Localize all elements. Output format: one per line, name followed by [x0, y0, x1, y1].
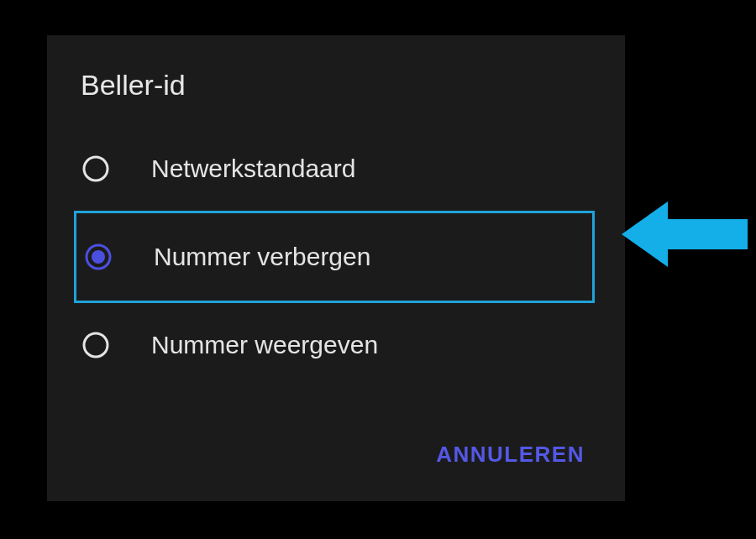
cancel-button[interactable]: ANNULEREN — [429, 433, 591, 476]
option-network-default[interactable]: Netwerkstandaard — [47, 127, 625, 211]
dialog-title: Beller-id — [47, 69, 625, 127]
svg-point-3 — [84, 333, 108, 357]
option-list: Netwerkstandaard Nummer verbergen Nummer… — [47, 127, 625, 387]
annotation-arrow-icon — [622, 196, 748, 275]
radio-unchecked-icon — [81, 330, 111, 360]
dialog-footer: ANNULEREN — [429, 433, 591, 476]
svg-marker-4 — [622, 201, 748, 267]
option-label: Nummer weergeven — [151, 331, 378, 359]
svg-point-2 — [92, 250, 105, 264]
option-label: Nummer verbergen — [154, 243, 370, 271]
svg-point-0 — [84, 157, 108, 181]
radio-checked-icon — [83, 242, 113, 272]
radio-unchecked-icon — [81, 154, 111, 184]
option-label: Netwerkstandaard — [151, 154, 355, 183]
option-show-number[interactable]: Nummer weergeven — [47, 303, 625, 387]
caller-id-dialog: Beller-id Netwerkstandaard Nummer verber… — [47, 35, 625, 501]
option-hide-number[interactable]: Nummer verbergen — [74, 211, 595, 303]
